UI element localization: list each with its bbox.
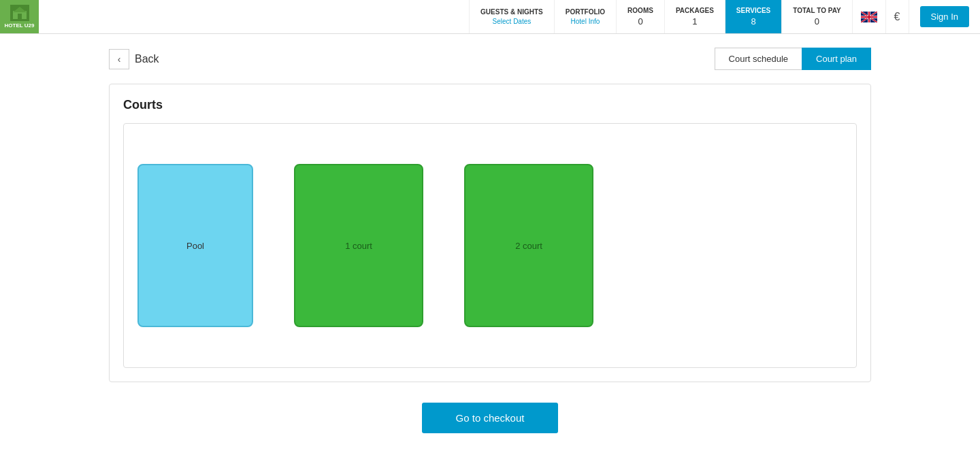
nav-item-portfolio[interactable]: PORTFOLIO Hotel Info bbox=[554, 0, 616, 33]
tab-group: Court schedule Court plan bbox=[715, 48, 871, 70]
court-1[interactable]: 1 court bbox=[294, 164, 423, 327]
checkout-button[interactable]: Go to checkout bbox=[422, 403, 559, 433]
svg-marker-1 bbox=[13, 7, 27, 12]
header-spacer bbox=[39, 0, 469, 33]
signin-area: Sign In bbox=[909, 0, 980, 33]
nav-item-total-to-pay[interactable]: TOTAL TO PAY 0 bbox=[781, 0, 851, 33]
nav-item-guests-nights[interactable]: GUESTS & NIGHTS Select Dates bbox=[469, 0, 554, 33]
logo[interactable]: HOTEL U29 bbox=[0, 0, 39, 33]
tab-court-schedule[interactable]: Court schedule bbox=[715, 48, 802, 70]
currency-selector[interactable]: € bbox=[885, 0, 909, 33]
nav-item-packages[interactable]: PACKAGES 1 bbox=[664, 0, 725, 33]
header: HOTEL U29 GUESTS & NIGHTS Select Dates P… bbox=[0, 0, 980, 34]
svg-rect-2 bbox=[18, 14, 22, 19]
court-2[interactable]: 2 court bbox=[464, 164, 593, 327]
courts-inner: Pool 1 court 2 court bbox=[123, 123, 857, 368]
back-label: Back bbox=[135, 53, 159, 65]
tab-court-plan[interactable]: Court plan bbox=[802, 48, 871, 70]
courts-section: Courts Pool 1 court 2 court bbox=[109, 84, 871, 382]
back-area: ‹ Back Court schedule Court plan bbox=[109, 48, 871, 70]
back-left: ‹ Back bbox=[109, 49, 159, 69]
checkout-area: Go to checkout bbox=[109, 403, 871, 433]
courts-title: Courts bbox=[123, 98, 857, 112]
signin-button[interactable]: Sign In bbox=[920, 6, 969, 27]
logo-text: HOTEL U29 bbox=[5, 22, 35, 29]
main-content: ‹ Back Court schedule Court plan Courts … bbox=[0, 34, 980, 447]
back-arrow-button[interactable]: ‹ bbox=[109, 49, 129, 69]
nav-item-services[interactable]: SERVICES 8 bbox=[725, 0, 781, 33]
logo-icon bbox=[10, 5, 29, 21]
header-nav: GUESTS & NIGHTS Select Dates PORTFOLIO H… bbox=[469, 0, 852, 33]
court-pool[interactable]: Pool bbox=[137, 164, 253, 327]
nav-item-rooms[interactable]: ROOMS 0 bbox=[616, 0, 664, 33]
flag-button[interactable] bbox=[852, 0, 885, 33]
